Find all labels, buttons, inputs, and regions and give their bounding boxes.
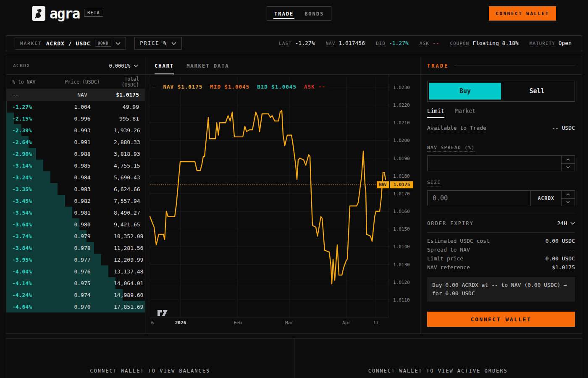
pct-to-nav-cell: -3.84% <box>12 245 51 251</box>
orderbook-row[interactable]: -2.64%0.9912,880.33 <box>6 136 145 148</box>
total-cell: 13,137.48 <box>114 268 143 275</box>
bottom-panels: CONNECT WALLET TO VIEW BALANCES CONNECT … <box>6 338 582 378</box>
pct-to-nav-cell: -3.45% <box>12 198 51 204</box>
price-cell: 0.983 <box>51 186 114 192</box>
orderbook-row[interactable]: -4.64%0.97017,851.69 <box>6 301 145 312</box>
svg-text:Apr: Apr <box>342 320 351 326</box>
main-panels: ACRDX 0.0001% % to NAV Price (USDC) Tota… <box>6 57 582 334</box>
summary-label: Spread to NAV <box>427 247 470 253</box>
total-cell: 1,939.26 <box>114 127 140 134</box>
price-cell: 0.991 <box>51 139 114 145</box>
tab-market[interactable]: Market <box>455 108 476 118</box>
trade-title: TRADE <box>427 63 449 69</box>
market-stat-coupon: COUPONFloating 8.18% <box>450 40 518 47</box>
legend-item-bid: BID $1.0045 <box>257 84 297 90</box>
pct-to-nav-cell: -4.04% <box>12 268 51 275</box>
summary-label: Estimated USDC cost <box>427 238 490 244</box>
tab-chart[interactable]: CHART <box>155 57 174 74</box>
market-stat-ask: ASK-- <box>420 40 439 47</box>
price-mode-selector[interactable]: PRICE % <box>134 37 182 50</box>
orderbook-row[interactable]: -4.24%0.97414,989.60 <box>6 289 145 301</box>
app-title: agra <box>50 5 79 22</box>
bond-badge: BOND <box>95 40 112 47</box>
svg-text:1.0140: 1.0140 <box>393 244 410 249</box>
tick-size-selector[interactable]: 0.0001% <box>109 63 138 69</box>
step-down-icon[interactable] <box>562 199 575 206</box>
stat-label: COUPON <box>450 41 469 47</box>
col-price: Price (USDC) <box>51 79 114 85</box>
orderbook-nav-row[interactable]: -- NAV $1.0175 <box>6 89 145 101</box>
header-rule <box>454 66 575 66</box>
buy-button[interactable]: Buy <box>429 83 501 100</box>
svg-text:1.0230: 1.0230 <box>393 85 410 90</box>
orderbook-row[interactable]: -1.27%1.00449.99 <box>6 101 145 113</box>
svg-text:17: 17 <box>373 320 378 326</box>
chevron-down-icon <box>171 42 176 45</box>
step-down-icon[interactable] <box>562 164 575 171</box>
legend-tick: — <box>152 84 156 90</box>
orderbook-row[interactable]: -2.15%0.996995.81 <box>6 113 145 124</box>
svg-text:1.0180: 1.0180 <box>393 173 410 179</box>
orderbook-row[interactable]: -3.74%0.97910,352.08 <box>6 230 145 242</box>
connect-wallet-button[interactable]: CONNECT WALLET <box>427 312 575 327</box>
chart-legend: —NAV $1.0175MID $1.0045BID $1.0045ASK -- <box>151 82 330 91</box>
order-expiry-selector[interactable]: 24H <box>557 220 575 226</box>
svg-text:1.0160: 1.0160 <box>393 209 410 214</box>
step-up-icon[interactable] <box>562 191 575 199</box>
orderbook-row[interactable]: -3.95%0.97712,209.99 <box>6 254 145 265</box>
market-selector[interactable]: MARKET ACRDX / USDC BOND <box>15 37 126 50</box>
svg-text:2026: 2026 <box>175 320 186 326</box>
stat-value: -1.27% <box>389 40 409 46</box>
price-chart[interactable]: 1.02301.02201.02101.02001.01901.01801.01… <box>145 75 420 333</box>
order-expiry-value: 24H <box>557 220 567 226</box>
orderbook-row[interactable]: -3.24%0.9845,690.43 <box>6 171 145 183</box>
total-cell: 14,064.01 <box>114 280 143 286</box>
pct-to-nav-cell: -3.14% <box>12 163 51 169</box>
main-nav: TRADE BONDS <box>267 6 331 21</box>
orderbook-rows: -1.27%1.00449.99-2.15%0.996995.81-2.39%0… <box>6 101 145 312</box>
step-up-icon[interactable] <box>562 156 575 164</box>
size-unit: ACRDX <box>530 191 561 206</box>
orderbook-row[interactable]: -4.14%0.97514,064.01 <box>6 277 145 289</box>
pct-to-nav-cell: -3.74% <box>12 233 51 239</box>
price-cell: 0.974 <box>51 292 114 298</box>
stat-label: ASK <box>420 41 429 47</box>
orderbook-row[interactable]: -3.35%0.9836,624.66 <box>6 183 145 195</box>
total-cell: 2,880.33 <box>114 139 140 145</box>
nav-spread-input[interactable] <box>428 156 561 171</box>
pct-to-nav-cell: -3.35% <box>12 186 51 192</box>
active-orders-panel: CONNECT WALLET TO VIEW ACTIVE ORDERS <box>294 339 582 378</box>
logo[interactable] <box>32 6 45 21</box>
svg-text:Feb: Feb <box>234 320 242 326</box>
svg-text:Mar: Mar <box>285 320 294 326</box>
tick-size-value: 0.0001% <box>109 63 130 69</box>
orderbook-row[interactable]: -3.14%0.9854,755.15 <box>6 160 145 171</box>
size-input[interactable] <box>428 191 530 206</box>
stat-value: Floating 8.18% <box>472 40 519 46</box>
available-row: Available to Trade -- USDC <box>427 125 575 132</box>
orderbook-row[interactable]: -3.54%0.9818,490.27 <box>6 207 145 218</box>
nav-tab-trade[interactable]: TRADE <box>274 7 294 20</box>
summary-row: Estimated USDC cost0.00 USDC <box>427 238 575 244</box>
nav-tab-bonds[interactable]: BONDS <box>304 7 324 20</box>
svg-text:1.0210: 1.0210 <box>393 120 410 126</box>
available-label: Available to Trade <box>427 125 486 132</box>
orderbook-row[interactable]: -3.45%0.9827,557.94 <box>6 195 145 207</box>
svg-text:1.0200: 1.0200 <box>393 138 410 143</box>
total-cell: 995.81 <box>114 116 139 122</box>
price-cell: 0.976 <box>51 268 114 275</box>
orderbook-row[interactable]: -4.04%0.97613,137.48 <box>6 265 145 277</box>
total-cell: 3,818.93 <box>114 151 140 157</box>
tab-limit[interactable]: Limit <box>427 108 444 118</box>
orderbook-row[interactable]: -2.39%0.9931,939.26 <box>6 124 145 136</box>
svg-text:1.0110: 1.0110 <box>393 297 410 303</box>
order-expiry-label: ORDER EXPIRY <box>427 220 474 226</box>
orderbook-row[interactable]: -3.84%0.97811,281.56 <box>6 242 145 254</box>
nav-row-price: NAV <box>51 92 114 98</box>
connect-wallet-button[interactable]: CONNECT WALLET <box>489 6 556 21</box>
tab-market-data[interactable]: MARKET DATA <box>186 57 229 74</box>
pct-to-nav-cell: -4.14% <box>12 280 51 286</box>
sell-button[interactable]: Sell <box>501 83 573 100</box>
orderbook-row[interactable]: -2.90%0.9883,818.93 <box>6 148 145 160</box>
orderbook-row[interactable]: -3.64%0.9809,421.65 <box>6 218 145 230</box>
